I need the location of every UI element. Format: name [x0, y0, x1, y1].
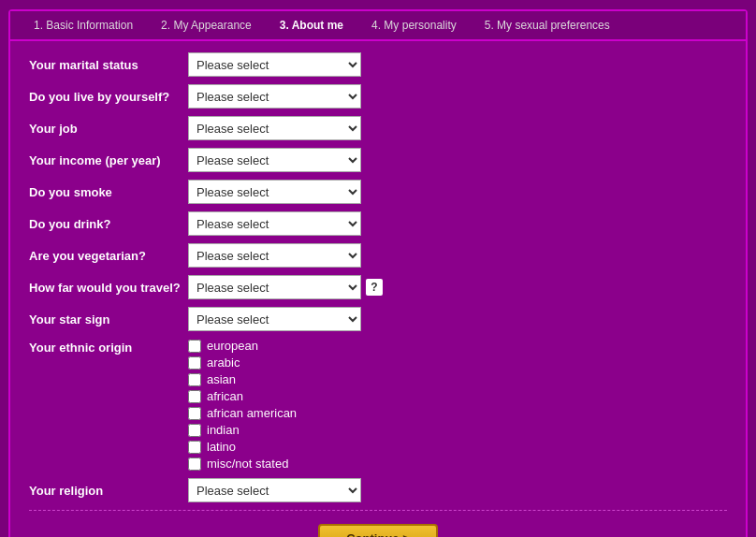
star-sign-select[interactable]: Please select: [188, 307, 361, 331]
live-alone-row: Do you live by yourself? Please select: [29, 84, 727, 109]
travel-help-icon[interactable]: ?: [366, 279, 383, 296]
ethnic-arabic-text: arabic: [207, 356, 240, 370]
ethnic-african-american-checkbox[interactable]: [188, 407, 201, 420]
vegetarian-label: Are you vegetarian?: [29, 249, 188, 263]
ethnic-misc-checkbox[interactable]: [188, 457, 201, 471]
religion-row: Your religion Please select: [29, 478, 727, 502]
smoke-row: Do you smoke Please select: [29, 180, 727, 204]
ethnic-european-text: european: [207, 339, 258, 353]
income-label: Your income (per year): [29, 153, 188, 167]
live-alone-select[interactable]: Please select: [188, 84, 361, 109]
ethnic-latino[interactable]: latino: [188, 440, 297, 454]
vegetarian-select[interactable]: Please select: [188, 243, 361, 268]
job-row: Your job Please select: [29, 116, 727, 140]
ethnic-african-text: african: [207, 389, 243, 403]
ethnic-indian-text: indian: [207, 423, 240, 437]
ethnic-arabic[interactable]: arabic: [188, 356, 297, 370]
ethnic-origin-label: Your ethnic origin: [29, 339, 188, 355]
ethnic-asian-checkbox[interactable]: [188, 373, 201, 386]
form-area: Your marital status Please select Do you…: [10, 41, 746, 537]
tab-about-me[interactable]: 3. About me: [266, 17, 357, 34]
ethnic-asian-text: asian: [207, 372, 236, 386]
main-container: 1. Basic Information 2. My Appearance 3.…: [8, 9, 748, 537]
income-select[interactable]: Please select: [188, 148, 361, 172]
ethnic-misc-text: misc/not stated: [207, 457, 288, 471]
religion-label: Your religion: [29, 484, 188, 498]
ethnic-origin-checkboxes: european arabic asian african african am…: [188, 339, 297, 471]
ethnic-european-checkbox[interactable]: [188, 340, 201, 353]
ethnic-indian[interactable]: indian: [188, 423, 297, 437]
drink-label: Do you drink?: [29, 217, 188, 231]
ethnic-misc[interactable]: misc/not stated: [188, 457, 297, 471]
continue-button[interactable]: Continue >: [318, 524, 438, 537]
tab-bar: 1. Basic Information 2. My Appearance 3.…: [10, 11, 746, 41]
star-sign-row: Your star sign Please select: [29, 307, 727, 331]
religion-select[interactable]: Please select: [188, 478, 361, 502]
continue-bar: Continue >: [29, 510, 727, 537]
marital-status-label: Your marital status: [29, 58, 188, 72]
ethnic-african-checkbox[interactable]: [188, 390, 201, 403]
drink-row: Do you drink? Please select: [29, 211, 727, 236]
ethnic-african[interactable]: african: [188, 389, 297, 403]
tab-my-personality[interactable]: 4. My personality: [357, 17, 471, 34]
tab-sexual-preferences[interactable]: 5. My sexual preferences: [471, 17, 624, 34]
ethnic-latino-text: latino: [207, 440, 236, 454]
marital-status-select[interactable]: Please select: [188, 52, 361, 77]
income-row: Your income (per year) Please select: [29, 148, 727, 172]
drink-select[interactable]: Please select: [188, 211, 361, 236]
ethnic-arabic-checkbox[interactable]: [188, 356, 201, 370]
vegetarian-row: Are you vegetarian? Please select: [29, 243, 727, 268]
travel-row: How far would you travel? Please select …: [29, 275, 727, 299]
marital-status-row: Your marital status Please select: [29, 52, 727, 77]
tab-my-appearance[interactable]: 2. My Appearance: [147, 17, 266, 34]
ethnic-african-american[interactable]: african american: [188, 406, 297, 420]
ethnic-african-american-text: african american: [207, 406, 297, 420]
job-label: Your job: [29, 122, 188, 136]
smoke-select[interactable]: Please select: [188, 180, 361, 204]
ethnic-european[interactable]: european: [188, 339, 297, 353]
tab-basic-information[interactable]: 1. Basic Information: [20, 17, 147, 34]
star-sign-label: Your star sign: [29, 312, 188, 327]
ethnic-indian-checkbox[interactable]: [188, 424, 201, 437]
travel-label: How far would you travel?: [29, 281, 188, 295]
smoke-label: Do you smoke: [29, 185, 188, 199]
ethnic-asian[interactable]: asian: [188, 372, 297, 386]
ethnic-origin-section: Your ethnic origin european arabic asian…: [29, 339, 727, 471]
travel-select[interactable]: Please select: [188, 275, 361, 299]
ethnic-latino-checkbox[interactable]: [188, 441, 201, 454]
job-select[interactable]: Please select: [188, 116, 361, 140]
live-alone-label: Do you live by yourself?: [29, 90, 188, 104]
